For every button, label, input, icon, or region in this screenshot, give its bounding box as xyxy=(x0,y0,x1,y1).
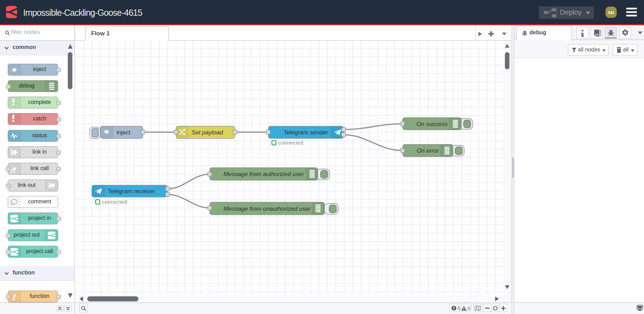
svg-text:Set payload: Set payload xyxy=(192,129,223,136)
svg-text:Telegram receiver: Telegram receiver xyxy=(108,188,155,195)
svg-text:On success: On success xyxy=(417,121,448,127)
svg-text:Message from unauthorized user: Message from unauthorized user xyxy=(224,205,311,212)
svg-text:Message from authorized user: Message from authorized user xyxy=(224,171,304,177)
svg-text:On error: On error xyxy=(417,147,439,154)
svg-text:connected: connected xyxy=(102,199,127,205)
svg-text:connected: connected xyxy=(278,140,303,146)
svg-text:f: f xyxy=(13,293,16,300)
svg-text:inject: inject xyxy=(116,129,130,136)
svg-text:Telegram sender: Telegram sender xyxy=(284,129,328,136)
